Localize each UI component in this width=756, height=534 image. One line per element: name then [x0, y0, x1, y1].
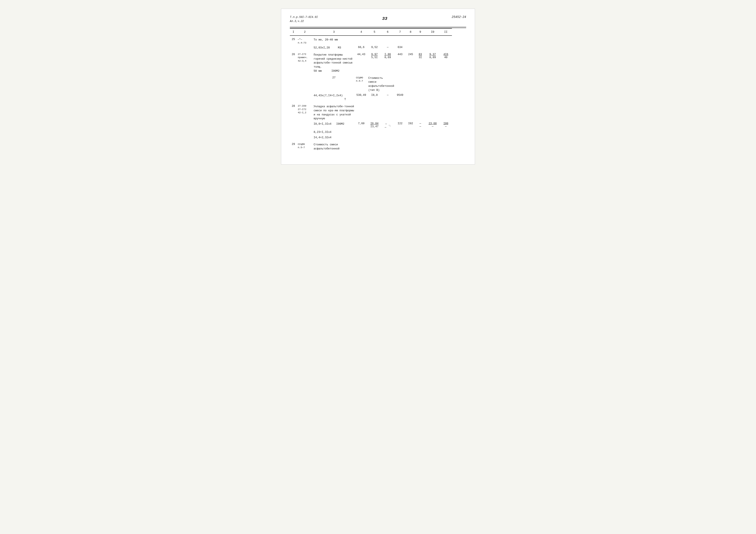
table-row: 8,23+I,3Iх4 — [290, 130, 466, 135]
table-row: 26 27–I7I примеч. 42–3,4 Покрытие платфо… — [290, 52, 466, 74]
col-header-1: I — [290, 28, 297, 36]
table-row: 28 27–I69 27–I72 42–I,2 Укладка асфальто… — [290, 104, 466, 121]
main-table: I 2 3 4 5 6 7 8 9 I0 II 25 —"— п.4–73 То… — [290, 28, 466, 151]
table-row: 29 ССЦМО п.5–7 Стоимость смеси асфальтоб… — [290, 142, 466, 152]
table-row: 25 —"— п.4–73 То же, 20–40 мм — [290, 37, 466, 45]
document-page: Т.п.р.50I–7–0I4.9I Ал.3,ч.22 33 25452-24… — [281, 9, 475, 165]
table-row: I0,8+I,3Iх4 I00М2 7,60 I6,04I3,47 — ̲— °… — [290, 121, 466, 130]
col-header-7: 7 — [394, 28, 406, 36]
col-header-5: 5 — [367, 28, 381, 36]
col-header-9: 9 — [415, 28, 426, 36]
col-header-3: 3 — [313, 28, 355, 36]
table-row: 27 ССЦМО п.5–7 Стоимость смеси асфальтоб… — [290, 76, 466, 93]
table-row: I4,4+2,32х4 — [290, 135, 466, 140]
col-header-11: II — [440, 28, 452, 36]
page-number: 33 — [318, 15, 452, 21]
doc-reference-right: 25452-24 — [452, 15, 466, 19]
col-header-6: 6 — [381, 28, 394, 36]
page-header: Т.п.р.50I–7–0I4.9I Ал.3,ч.22 33 25452-24 — [290, 15, 466, 23]
column-header-row: I 2 3 4 5 6 7 8 9 I0 II — [290, 28, 466, 36]
col-header-8: 8 — [406, 28, 415, 36]
col-header-2: 2 — [297, 28, 313, 36]
table-row: 52,03хI,28 М3 66,6 9,52 — 634 — [290, 45, 466, 51]
table-row: 44,43х(7,I4+I,2х4) Т 530,49 I8,0 — 9549 — [290, 93, 466, 103]
doc-reference-left: Т.п.р.50I–7–0I4.9I Ал.3,ч.22 — [290, 15, 318, 23]
col-header-10: I0 — [426, 28, 440, 36]
col-header-4: 4 — [355, 28, 367, 36]
